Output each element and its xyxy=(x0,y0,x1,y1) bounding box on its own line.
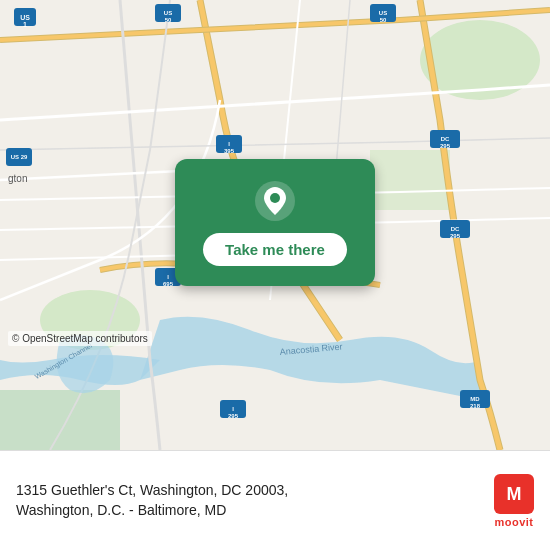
svg-text:295: 295 xyxy=(440,143,451,149)
take-me-there-button[interactable]: Take me there xyxy=(203,233,347,266)
moovit-icon: M xyxy=(494,474,534,514)
svg-text:1: 1 xyxy=(23,21,27,28)
location-card: Take me there xyxy=(175,159,375,286)
svg-text:695: 695 xyxy=(163,281,174,287)
svg-text:295: 295 xyxy=(228,413,239,419)
location-pin-icon xyxy=(253,179,297,223)
svg-text:MD: MD xyxy=(470,396,480,402)
app-container: US 1 US 29 US 50 US 50 I 395 I 695 DC xyxy=(0,0,550,550)
osm-credit: © OpenStreetMap contributors xyxy=(8,331,152,346)
moovit-label: moovit xyxy=(494,516,533,528)
svg-text:US: US xyxy=(164,10,172,16)
info-bar: 1315 Guethler's Ct, Washington, DC 20003… xyxy=(0,450,550,550)
svg-text:295: 295 xyxy=(450,233,461,239)
svg-text:US 29: US 29 xyxy=(11,154,28,160)
svg-text:gton: gton xyxy=(8,173,27,184)
svg-text:M: M xyxy=(507,484,522,504)
svg-text:DC: DC xyxy=(451,226,460,232)
svg-text:DC: DC xyxy=(441,136,450,142)
svg-text:US: US xyxy=(379,10,387,16)
info-text: 1315 Guethler's Ct, Washington, DC 20003… xyxy=(16,481,482,520)
address-line: 1315 Guethler's Ct, Washington, DC 20003… xyxy=(16,481,482,520)
svg-text:395: 395 xyxy=(224,148,235,154)
svg-point-38 xyxy=(270,193,280,203)
svg-rect-2 xyxy=(0,390,120,450)
svg-rect-4 xyxy=(370,150,450,210)
map-container[interactable]: US 1 US 29 US 50 US 50 I 395 I 695 DC xyxy=(0,0,550,450)
svg-text:218: 218 xyxy=(470,403,481,409)
svg-text:50: 50 xyxy=(165,17,172,23)
svg-text:US: US xyxy=(20,14,30,21)
svg-text:50: 50 xyxy=(380,17,387,23)
moovit-logo: M moovit xyxy=(494,474,534,528)
